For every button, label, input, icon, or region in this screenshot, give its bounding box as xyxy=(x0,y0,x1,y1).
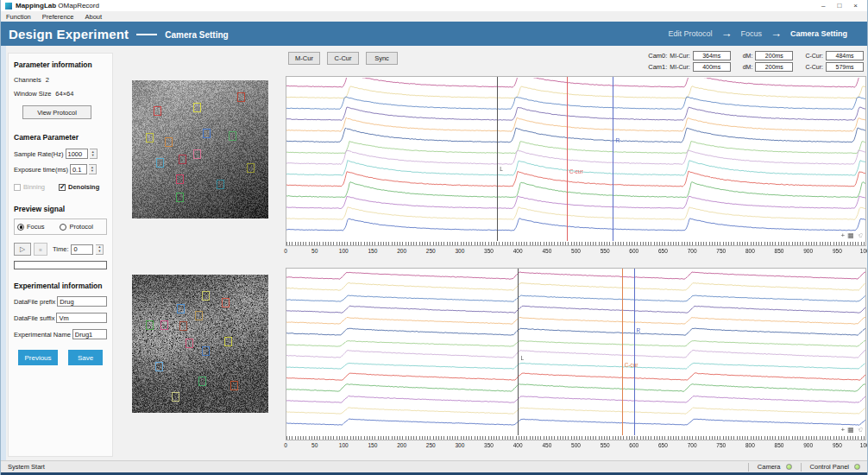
x-tick-label: 0 xyxy=(284,442,287,448)
roi-box[interactable] xyxy=(247,163,255,173)
roi-box[interactable] xyxy=(222,298,230,307)
time-stepper[interactable]: ▴▾ xyxy=(96,244,104,255)
plot-tools: + ▦ ☜ xyxy=(841,427,863,434)
step-focus[interactable]: Focus xyxy=(740,29,762,38)
cam0-c-cur-value[interactable] xyxy=(826,51,864,60)
cam1-preview[interactable] xyxy=(132,275,268,413)
experimental-info-heading: Experimental information xyxy=(14,282,107,290)
cam1-signal-plot[interactable]: + ▦ ☜ LC-curR xyxy=(286,268,866,440)
step-camera-setting[interactable]: Camera Setting xyxy=(790,29,847,38)
cam1-mi-cur-value[interactable] xyxy=(693,62,731,72)
experimental-name-input[interactable] xyxy=(72,329,107,339)
roi-box[interactable] xyxy=(203,129,211,138)
sample-rate-input[interactable] xyxy=(66,149,88,159)
view-protocol-button[interactable]: View Protocol xyxy=(22,105,91,119)
cursor-line-c-cur[interactable]: C-cur xyxy=(622,269,623,435)
menu-item-function[interactable]: Function xyxy=(6,13,31,21)
roi-box[interactable] xyxy=(154,106,161,116)
roi-box[interactable] xyxy=(224,337,232,346)
sample-rate-stepper[interactable]: ▴▾ xyxy=(90,149,97,159)
cursor-line-r[interactable]: R xyxy=(634,269,635,435)
roi-box[interactable] xyxy=(198,377,206,386)
camera-status-label: Camera xyxy=(758,463,781,471)
datafile-suffix-input[interactable] xyxy=(56,313,107,323)
m-cur-button[interactable]: M-Cur xyxy=(288,52,320,65)
pan-hand-icon[interactable]: ☜ xyxy=(857,232,863,239)
plot-tools: + ▦ ☜ xyxy=(841,232,863,239)
stop-button[interactable]: ■ xyxy=(34,243,47,256)
roi-box[interactable] xyxy=(229,131,236,141)
sync-button[interactable]: Sync xyxy=(366,52,398,65)
cam1-traces-canvas[interactable] xyxy=(286,269,865,434)
roi-box[interactable] xyxy=(230,381,238,390)
roi-box[interactable] xyxy=(237,92,245,102)
roi-box[interactable] xyxy=(155,362,163,371)
time-input[interactable] xyxy=(71,244,93,255)
roi-box[interactable] xyxy=(202,291,210,301)
cursor-line-r[interactable]: R xyxy=(613,77,613,241)
focus-radio[interactable] xyxy=(17,224,24,231)
pan-hand-icon[interactable]: ☜ xyxy=(857,427,863,434)
cam0-traces-canvas[interactable] xyxy=(286,78,865,240)
binning-checkbox[interactable] xyxy=(14,184,21,191)
cam1-image[interactable] xyxy=(132,275,268,413)
zoom-plus-icon[interactable]: + xyxy=(841,427,846,434)
cam0-dm-value[interactable] xyxy=(755,51,793,60)
spinner-down-icon[interactable]: ▾ xyxy=(98,250,100,254)
cam0-preview[interactable] xyxy=(132,80,268,218)
roi-box[interactable] xyxy=(217,180,224,189)
exposure-time-stepper[interactable]: ▴▾ xyxy=(89,164,97,174)
minimize-icon[interactable]: – xyxy=(821,0,825,11)
zoom-plus-icon[interactable]: + xyxy=(841,232,846,239)
region-select-icon[interactable]: ▦ xyxy=(847,427,854,434)
datafile-prefix-input[interactable] xyxy=(57,296,107,307)
previous-button[interactable]: Previous xyxy=(18,350,58,365)
dm-label: dM: xyxy=(743,64,753,70)
denoising-checkbox[interactable] xyxy=(59,184,66,191)
x-tick-label: 550 xyxy=(601,442,610,448)
menu-item-preference[interactable]: Preference xyxy=(42,13,74,21)
maximize-icon[interactable]: □ xyxy=(837,0,841,11)
c-cur-label: C-Cur: xyxy=(805,53,823,59)
roi-box[interactable] xyxy=(179,321,187,331)
spinner-down-icon[interactable]: ▾ xyxy=(91,169,93,174)
cam1-c-cur-value[interactable] xyxy=(826,62,864,72)
roi-box[interactable] xyxy=(172,392,179,402)
roi-box[interactable] xyxy=(195,311,203,320)
protocol-radio[interactable] xyxy=(60,224,66,231)
x-tick-label: 350 xyxy=(484,442,494,448)
roi-box[interactable] xyxy=(146,133,154,142)
status-bar: System Start Camera Control Panel xyxy=(1,460,867,472)
menu-item-about[interactable]: About xyxy=(85,13,102,21)
roi-box[interactable] xyxy=(186,339,193,348)
cursor-line-l[interactable]: L xyxy=(497,77,498,241)
cam0-mi-cur-value[interactable] xyxy=(693,51,731,60)
roi-box[interactable] xyxy=(156,158,164,168)
roi-box[interactable] xyxy=(146,320,154,330)
spinner-down-icon[interactable]: ▾ xyxy=(91,154,93,158)
roi-box[interactable] xyxy=(193,149,201,159)
roi-box[interactable] xyxy=(165,137,173,147)
roi-box[interactable] xyxy=(176,193,184,202)
c-cur-button[interactable]: C-Cur xyxy=(327,52,359,65)
page-subtitle: Camera Setting xyxy=(165,30,228,40)
close-icon[interactable]: × xyxy=(853,0,858,11)
roi-box[interactable] xyxy=(160,320,168,330)
cam0-signal-plot[interactable]: + ▦ ☜ LC-curR xyxy=(286,76,866,246)
cursor-line-c-cur[interactable]: C-cur xyxy=(567,77,568,241)
cam1-dm-value[interactable] xyxy=(755,62,793,72)
roi-box[interactable] xyxy=(176,174,184,184)
denoising-label: Denoising xyxy=(68,183,99,191)
cursor-line-l[interactable]: L xyxy=(518,269,519,435)
exposure-time-input[interactable] xyxy=(70,164,87,174)
cursor-toolbar: M-Cur C-Cur Sync xyxy=(288,52,398,65)
region-select-icon[interactable]: ▦ xyxy=(847,232,854,239)
roi-box[interactable] xyxy=(177,304,185,314)
roi-box[interactable] xyxy=(179,155,186,164)
roi-box[interactable] xyxy=(202,346,210,356)
save-button[interactable]: Save xyxy=(68,350,103,365)
experimental-name-label: Experimental Name xyxy=(14,331,71,339)
step-edit-protocol[interactable]: Edit Protocol xyxy=(668,29,712,38)
play-button[interactable]: ▷ xyxy=(14,243,31,256)
roi-box[interactable] xyxy=(193,103,201,112)
